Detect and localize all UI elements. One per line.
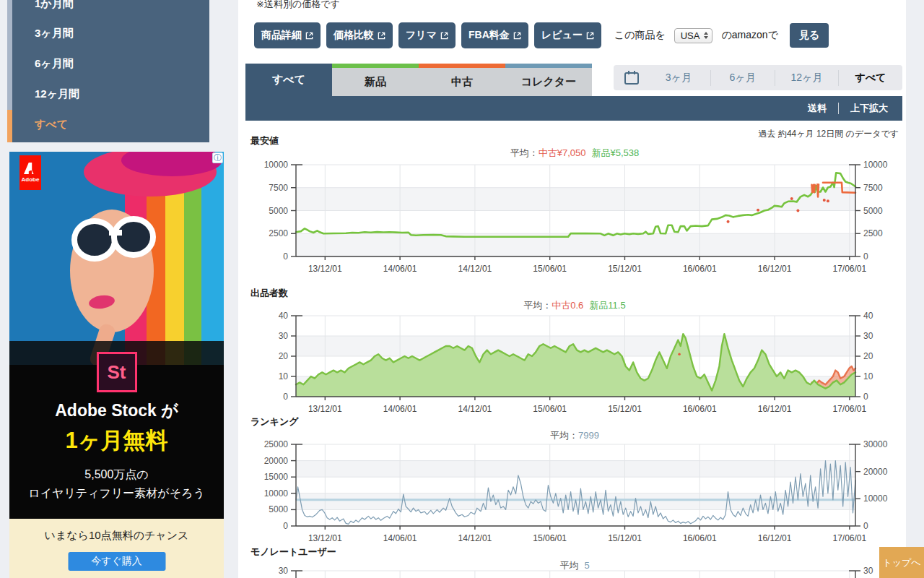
svg-text:0: 0 <box>863 392 868 402</box>
range-option-all[interactable]: すべて <box>839 72 902 85</box>
range-option-6m[interactable]: 6ヶ月 <box>711 72 775 85</box>
tab-new[interactable]: 新品 <box>332 64 419 96</box>
ad-headline: Adobe Stock が <box>9 400 224 422</box>
svg-text:20: 20 <box>863 351 873 361</box>
ad-buy-button[interactable]: 今すぐ購入 <box>68 552 165 571</box>
svg-text:14/06/01: 14/06/01 <box>383 533 417 543</box>
svg-text:0: 0 <box>283 521 288 531</box>
chart-title-seller-count: 出品者数 <box>250 287 288 300</box>
ad-subtext-1: 5,500万点の <box>9 467 224 483</box>
svg-text:25000: 25000 <box>264 439 289 449</box>
adobe-a-mark <box>24 163 37 174</box>
svg-text:30000: 30000 <box>863 439 888 449</box>
calendar-icon <box>624 70 640 85</box>
shipping-toggle[interactable]: 送料 <box>808 102 827 115</box>
svg-text:16/12/01: 16/12/01 <box>758 533 792 543</box>
svg-text:15/12/01: 15/12/01 <box>608 264 642 274</box>
chart-canvas: 02500500075001000002500500075001000013/1… <box>245 159 904 278</box>
svg-text:13/12/01: 13/12/01 <box>308 404 342 414</box>
data-period-note: 過去 約44ヶ月 12日間 のデータです <box>245 128 899 140</box>
tab-used[interactable]: 中古 <box>419 64 505 96</box>
svg-text:16/12/01: 16/12/01 <box>758 264 792 274</box>
page-background: { "sidebar": { "items": [ {"label":"1か月間… <box>0 0 924 578</box>
expand-toggle[interactable]: 上下拡大 <box>850 102 888 115</box>
external-link-icon <box>513 32 521 40</box>
sidebar-item-1month[interactable]: 1か月間 <box>35 0 74 11</box>
svg-text:15/12/01: 15/12/01 <box>608 533 642 543</box>
fba-fee-button[interactable]: FBA料金 <box>461 22 528 48</box>
svg-text:0: 0 <box>863 251 868 262</box>
svg-text:10000: 10000 <box>863 160 888 170</box>
adobe-stock-st-logo: St <box>97 352 137 392</box>
ad-footer: いまなら10点無料のチャンス 今すぐ購入 <box>9 519 224 578</box>
svg-text:13/12/01: 13/12/01 <box>308 264 342 274</box>
svg-text:17/06/01: 17/06/01 <box>833 264 867 274</box>
sidebar-item-6months[interactable]: 6ヶ月間 <box>35 57 74 71</box>
ad-cta-note: いまなら10点無料のチャンス <box>9 529 224 543</box>
svg-text:5000: 5000 <box>269 504 288 514</box>
svg-text:16/06/01: 16/06/01 <box>683 404 717 414</box>
flea-market-button[interactable]: フリマ <box>398 22 456 48</box>
chart-canvas: 0500010000150002000025000010000200003000… <box>245 439 904 548</box>
country-select[interactable]: USA <box>674 28 713 43</box>
svg-text:2500: 2500 <box>269 228 288 238</box>
svg-text:15000: 15000 <box>264 472 289 482</box>
see-in-amazon-suffix: のamazonで <box>721 29 777 42</box>
svg-text:7500: 7500 <box>269 183 288 193</box>
chart-title-monorate-users: モノレートユーザー <box>250 545 336 558</box>
select-arrows-icon <box>704 32 708 39</box>
svg-text:30: 30 <box>279 566 289 576</box>
ad-banner[interactable]: Adobe ⓘ St Adobe Stock が 1ヶ月無料 5,500万点の … <box>9 152 224 578</box>
chart-canvas: 01020304001020304013/12/0114/06/0114/12/… <box>245 310 904 418</box>
back-to-top-button[interactable]: トップへ <box>879 547 924 578</box>
chart-title-ranking: ランキング <box>250 415 299 428</box>
toolbar: 商品詳細 価格比較 フリマ FBA料金 レビュー この商品を USA のamaz… <box>254 22 829 49</box>
chart-canvas: 0102030010203013/12/0114/06/0114/12/0115… <box>245 565 904 578</box>
svg-text:15/06/01: 15/06/01 <box>533 404 567 414</box>
svg-text:14/12/01: 14/12/01 <box>458 533 492 543</box>
svg-text:17/06/01: 17/06/01 <box>833 533 867 543</box>
sidebar-item-all[interactable]: すべて <box>35 118 68 131</box>
price-compare-button[interactable]: 価格比較 <box>326 22 393 48</box>
svg-text:16/12/01: 16/12/01 <box>758 404 792 414</box>
svg-text:10000: 10000 <box>264 488 289 499</box>
svg-text:14/06/01: 14/06/01 <box>383 404 417 414</box>
sidebar: 1か月間 3ヶ月間 6ヶ月間 12ヶ月間 すべて <box>12 0 209 142</box>
tab-collector[interactable]: コレクター <box>505 64 592 96</box>
external-link-icon <box>378 32 385 40</box>
svg-text:16/06/01: 16/06/01 <box>683 264 717 274</box>
nav-separator <box>838 103 839 114</box>
svg-text:14/06/01: 14/06/01 <box>383 264 417 274</box>
svg-text:10000: 10000 <box>863 493 888 504</box>
range-option-3m[interactable]: 3ヶ月 <box>647 72 710 85</box>
tab-all[interactable]: すべて <box>245 64 332 96</box>
range-option-12m[interactable]: 12ヶ月 <box>775 72 839 85</box>
adobe-logo: Adobe <box>19 155 41 190</box>
svg-text:14/12/01: 14/12/01 <box>458 264 492 274</box>
sidebar-item-12months[interactable]: 12ヶ月間 <box>35 87 79 101</box>
chart-lowest-price: 02500500075001000002500500075001000013/1… <box>245 159 904 278</box>
chart-seller-count: 01020304001020304013/12/0114/06/0114/12/… <box>245 310 904 418</box>
chart-title-lowest-price: 最安値 <box>250 134 279 147</box>
ad-offer: 1ヶ月無料 <box>9 426 224 456</box>
svg-text:17/06/01: 17/06/01 <box>833 404 867 414</box>
ad-photo-woman-rainbow-hair <box>9 152 224 365</box>
chart-ranking: 0500010000150002000025000010000200003000… <box>245 439 904 548</box>
review-button[interactable]: レビュー <box>534 22 601 48</box>
svg-text:5000: 5000 <box>269 206 288 216</box>
svg-text:30: 30 <box>863 331 873 341</box>
ad-info-icon[interactable]: ⓘ <box>212 152 223 163</box>
product-detail-button[interactable]: 商品詳細 <box>254 22 321 48</box>
shipping-price-note: ※送料別の価格です <box>256 0 340 11</box>
sidebar-item-3months[interactable]: 3ヶ月間 <box>35 27 74 40</box>
svg-text:5000: 5000 <box>863 206 883 216</box>
svg-text:20000: 20000 <box>264 456 289 466</box>
svg-text:10000: 10000 <box>264 160 289 170</box>
svg-text:15/12/01: 15/12/01 <box>608 404 642 414</box>
view-button[interactable]: 見る <box>790 23 829 48</box>
svg-text:10: 10 <box>279 371 289 381</box>
svg-text:0: 0 <box>863 521 868 531</box>
svg-text:15/06/01: 15/06/01 <box>533 264 567 274</box>
svg-text:15/06/01: 15/06/01 <box>533 533 567 543</box>
chart-monorate-users: 0102030010203013/12/0114/06/0114/12/0115… <box>245 565 904 578</box>
